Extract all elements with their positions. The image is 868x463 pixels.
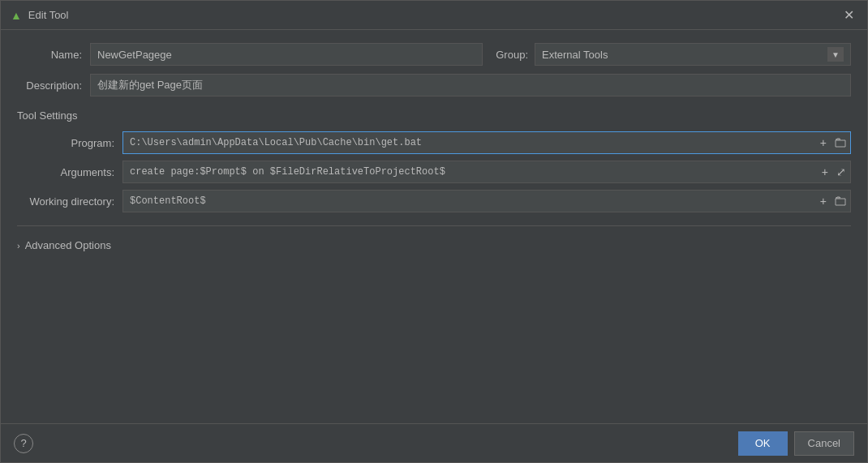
edit-tool-dialog: ▲ Edit Tool ✕ Name: Group: External Tool… <box>0 0 868 463</box>
arguments-label: Arguments: <box>17 166 122 178</box>
cancel-button[interactable]: Cancel <box>794 431 854 456</box>
dialog-title: Edit Tool <box>28 9 840 21</box>
group-label: Group: <box>496 49 535 61</box>
working-directory-input-wrapper: + <box>122 190 851 212</box>
description-label: Description: <box>17 79 90 92</box>
arguments-input-wrapper: + ⤢ <box>122 161 851 183</box>
arguments-row: Arguments: + ⤢ <box>17 161 851 183</box>
arguments-input[interactable] <box>123 161 818 182</box>
working-directory-folder-button[interactable] <box>831 191 850 212</box>
dialog-footer: ? OK Cancel <box>1 423 867 462</box>
ok-button[interactable]: OK <box>738 431 788 456</box>
program-row: Program: + <box>17 131 851 154</box>
program-input[interactable] <box>123 132 816 153</box>
working-directory-row: Working directory: + <box>17 190 851 212</box>
group-select-value: External Tools <box>542 49 824 61</box>
name-section: Name: <box>17 43 483 66</box>
program-add-button[interactable]: + <box>816 132 831 153</box>
help-button[interactable]: ? <box>14 434 33 453</box>
section-divider <box>17 225 851 226</box>
working-directory-input[interactable] <box>123 191 816 212</box>
advanced-options-label: Advanced Options <box>25 239 111 251</box>
group-dropdown-arrow: ▼ <box>827 47 844 62</box>
name-label: Name: <box>17 49 90 61</box>
description-row: Description: <box>17 74 851 96</box>
program-folder-button[interactable] <box>831 132 850 153</box>
program-label: Program: <box>17 137 122 149</box>
dialog-icon: ▲ <box>11 9 22 22</box>
working-directory-add-button[interactable]: + <box>816 191 831 212</box>
footer-buttons: OK Cancel <box>738 431 854 456</box>
dialog-content: Name: Group: External Tools ▼ Descriptio… <box>1 30 867 423</box>
arguments-add-button[interactable]: + <box>818 161 832 182</box>
name-group-row: Name: Group: External Tools ▼ <box>17 43 851 66</box>
tool-settings-section: Tool Settings Program: + Argum <box>17 109 851 212</box>
description-input[interactable] <box>90 74 851 96</box>
title-bar: ▲ Edit Tool ✕ <box>1 1 867 30</box>
group-section: Group: External Tools ▼ <box>496 43 851 66</box>
tool-settings-title: Tool Settings <box>17 109 851 122</box>
group-select[interactable]: External Tools ▼ <box>535 43 851 66</box>
working-directory-label: Working directory: <box>17 195 122 208</box>
arguments-expand-button[interactable]: ⤢ <box>832 161 850 182</box>
close-button[interactable]: ✕ <box>840 7 857 24</box>
advanced-options-arrow: › <box>17 241 20 251</box>
advanced-options-row[interactable]: › Advanced Options <box>17 236 851 255</box>
name-input[interactable] <box>90 43 483 66</box>
program-input-wrapper: + <box>122 131 851 154</box>
